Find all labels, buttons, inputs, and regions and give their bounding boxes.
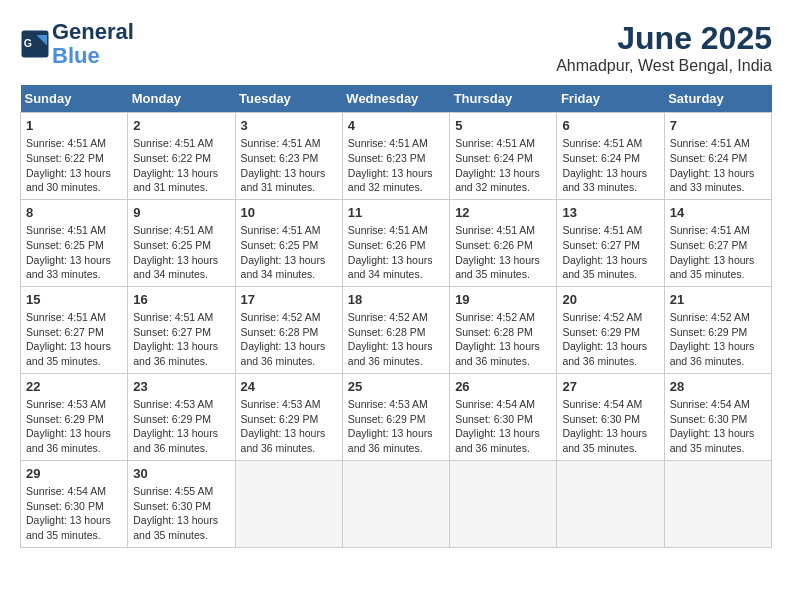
col-thursday: Thursday [450, 85, 557, 113]
col-wednesday: Wednesday [342, 85, 449, 113]
table-row: 19Sunrise: 4:52 AMSunset: 6:28 PMDayligh… [450, 286, 557, 373]
calendar-table: Sunday Monday Tuesday Wednesday Thursday… [20, 85, 772, 548]
calendar-week-row: 1Sunrise: 4:51 AMSunset: 6:22 PMDaylight… [21, 113, 772, 200]
table-row: 22Sunrise: 4:53 AMSunset: 6:29 PMDayligh… [21, 373, 128, 460]
calendar-week-row: 29Sunrise: 4:54 AMSunset: 6:30 PMDayligh… [21, 460, 772, 547]
table-row: 7Sunrise: 4:51 AMSunset: 6:24 PMDaylight… [664, 113, 771, 200]
col-friday: Friday [557, 85, 664, 113]
table-row: 15Sunrise: 4:51 AMSunset: 6:27 PMDayligh… [21, 286, 128, 373]
table-row: 27Sunrise: 4:54 AMSunset: 6:30 PMDayligh… [557, 373, 664, 460]
calendar-week-row: 15Sunrise: 4:51 AMSunset: 6:27 PMDayligh… [21, 286, 772, 373]
table-row [557, 460, 664, 547]
title-block: June 2025 Ahmadpur, West Bengal, India [556, 20, 772, 75]
logo-icon: G [20, 29, 50, 59]
table-row: 17Sunrise: 4:52 AMSunset: 6:28 PMDayligh… [235, 286, 342, 373]
table-row: 20Sunrise: 4:52 AMSunset: 6:29 PMDayligh… [557, 286, 664, 373]
table-row [664, 460, 771, 547]
table-row: 30Sunrise: 4:55 AMSunset: 6:30 PMDayligh… [128, 460, 235, 547]
logo-text: GeneralBlue [52, 20, 134, 68]
table-row: 26Sunrise: 4:54 AMSunset: 6:30 PMDayligh… [450, 373, 557, 460]
col-tuesday: Tuesday [235, 85, 342, 113]
location-title: Ahmadpur, West Bengal, India [556, 57, 772, 75]
table-row [235, 460, 342, 547]
table-row: 5Sunrise: 4:51 AMSunset: 6:24 PMDaylight… [450, 113, 557, 200]
logo: G GeneralBlue [20, 20, 134, 68]
table-row: 23Sunrise: 4:53 AMSunset: 6:29 PMDayligh… [128, 373, 235, 460]
table-row: 21Sunrise: 4:52 AMSunset: 6:29 PMDayligh… [664, 286, 771, 373]
table-row: 29Sunrise: 4:54 AMSunset: 6:30 PMDayligh… [21, 460, 128, 547]
table-row: 14Sunrise: 4:51 AMSunset: 6:27 PMDayligh… [664, 199, 771, 286]
table-row: 28Sunrise: 4:54 AMSunset: 6:30 PMDayligh… [664, 373, 771, 460]
month-title: June 2025 [556, 20, 772, 57]
table-row: 1Sunrise: 4:51 AMSunset: 6:22 PMDaylight… [21, 113, 128, 200]
table-row: 9Sunrise: 4:51 AMSunset: 6:25 PMDaylight… [128, 199, 235, 286]
table-row: 6Sunrise: 4:51 AMSunset: 6:24 PMDaylight… [557, 113, 664, 200]
table-row: 8Sunrise: 4:51 AMSunset: 6:25 PMDaylight… [21, 199, 128, 286]
table-row: 16Sunrise: 4:51 AMSunset: 6:27 PMDayligh… [128, 286, 235, 373]
calendar-week-row: 22Sunrise: 4:53 AMSunset: 6:29 PMDayligh… [21, 373, 772, 460]
col-monday: Monday [128, 85, 235, 113]
table-row: 13Sunrise: 4:51 AMSunset: 6:27 PMDayligh… [557, 199, 664, 286]
col-saturday: Saturday [664, 85, 771, 113]
table-row: 10Sunrise: 4:51 AMSunset: 6:25 PMDayligh… [235, 199, 342, 286]
page-header: G GeneralBlue June 2025 Ahmadpur, West B… [20, 20, 772, 75]
table-row [450, 460, 557, 547]
table-row: 18Sunrise: 4:52 AMSunset: 6:28 PMDayligh… [342, 286, 449, 373]
table-row: 2Sunrise: 4:51 AMSunset: 6:22 PMDaylight… [128, 113, 235, 200]
calendar-header-row: Sunday Monday Tuesday Wednesday Thursday… [21, 85, 772, 113]
table-row: 3Sunrise: 4:51 AMSunset: 6:23 PMDaylight… [235, 113, 342, 200]
table-row: 12Sunrise: 4:51 AMSunset: 6:26 PMDayligh… [450, 199, 557, 286]
table-row: 4Sunrise: 4:51 AMSunset: 6:23 PMDaylight… [342, 113, 449, 200]
table-row [342, 460, 449, 547]
col-sunday: Sunday [21, 85, 128, 113]
table-row: 11Sunrise: 4:51 AMSunset: 6:26 PMDayligh… [342, 199, 449, 286]
table-row: 24Sunrise: 4:53 AMSunset: 6:29 PMDayligh… [235, 373, 342, 460]
table-row: 25Sunrise: 4:53 AMSunset: 6:29 PMDayligh… [342, 373, 449, 460]
svg-text:G: G [24, 37, 32, 49]
calendar-week-row: 8Sunrise: 4:51 AMSunset: 6:25 PMDaylight… [21, 199, 772, 286]
